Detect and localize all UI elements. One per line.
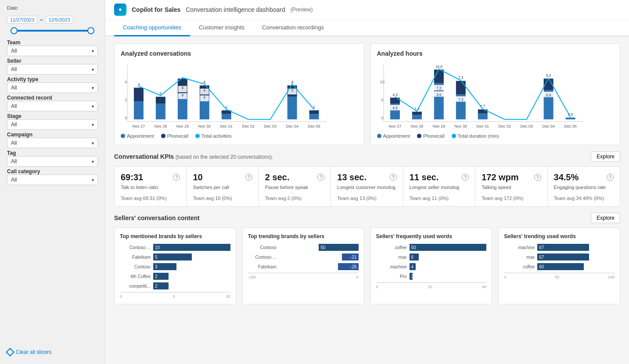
- tab-recordings[interactable]: Conversation recordings: [253, 20, 333, 36]
- sellers-section: Sellers' conversation content Explore To…: [114, 213, 620, 304]
- clear-slicers-button[interactable]: Clear all slicers: [7, 346, 98, 359]
- filter-select-3[interactable]: All ▾: [7, 101, 98, 111]
- svg-text:5: 5: [381, 98, 383, 102]
- date-end[interactable]: 12/5/2023: [46, 16, 73, 24]
- content-area: Analyzed conversations 3 2: [105, 36, 629, 364]
- chevron-down-icon: ▾: [92, 159, 94, 164]
- svg-rect-28: [309, 114, 319, 119]
- sellers-chart-0: Top mentioned brands by sellers Contoso …: [114, 228, 236, 304]
- copilot-icon: ✦: [114, 4, 126, 16]
- svg-text:0: 0: [381, 116, 383, 120]
- analyzed-hours-title: Analyzed hours: [377, 50, 614, 57]
- svg-text:Nov 28: Nov 28: [155, 124, 167, 128]
- help-icon-5[interactable]: ?: [534, 174, 541, 181]
- filter-select-7[interactable]: All ▾: [7, 175, 98, 185]
- kpi-value-4: 11 sec.: [410, 172, 439, 182]
- chevron-down-icon: ▾: [92, 104, 94, 109]
- help-icon-2[interactable]: ?: [317, 174, 324, 181]
- svg-rect-3: [156, 103, 165, 119]
- kpi-avg-2: Team avg 2 (0%): [265, 196, 324, 201]
- kpi-card-0: 69:31 ? Talk to listen ratio Team avg 69…: [115, 167, 187, 206]
- analyzed-hours-card: Analyzed hours 4.3 4.3 1.4: [370, 43, 621, 145]
- filter-select-6[interactable]: All ▾: [7, 156, 98, 167]
- bar-row-2: coffee 60: [504, 263, 615, 270]
- date-start[interactable]: 11/27/2023: [7, 16, 37, 24]
- svg-rect-61: [456, 81, 465, 94]
- help-icon-0[interactable]: ?: [173, 174, 180, 181]
- date-range-slider[interactable]: [7, 28, 98, 33]
- bar-chart-2: coffee 50 max 6 machine 4: [376, 244, 487, 289]
- filter-select-2[interactable]: All ▾: [7, 82, 98, 93]
- svg-text:Nov 30: Nov 30: [198, 124, 211, 128]
- svg-rect-65: [478, 114, 487, 119]
- chevron-down-icon: ▾: [92, 49, 94, 54]
- chevron-down-icon: ▾: [92, 67, 94, 72]
- kpi-card-2: 2 sec. ? Pause before speak Team avg 2 (…: [259, 167, 331, 206]
- kpi-label-5: Talking speed: [482, 184, 541, 190]
- help-icon-1[interactable]: ?: [245, 174, 252, 181]
- help-icon-3[interactable]: ?: [390, 174, 397, 181]
- help-icon-6[interactable]: ?: [607, 174, 614, 181]
- svg-text:4: 4: [182, 86, 184, 90]
- sellers-title: Sellers' conversation content: [114, 214, 200, 221]
- bar-row-0: machine 67: [504, 244, 615, 251]
- analyzed-hours-chart: 4.3 4.3 1.4 10.9 7.2: [377, 61, 614, 131]
- charts-row: Analyzed conversations 3 2: [114, 43, 620, 145]
- filter-select-4[interactable]: All ▾: [7, 119, 98, 130]
- kpi-card-5: 172 wpm ? Talking speed Team avg 172 (0%…: [475, 167, 547, 206]
- svg-text:10.9: 10.9: [435, 64, 442, 68]
- svg-rect-20: [222, 114, 231, 119]
- svg-text:4: 4: [291, 79, 293, 84]
- chevron-down-icon: ▾: [92, 122, 94, 127]
- filter-select-0[interactable]: All ▾: [7, 46, 98, 56]
- kpi-label-6: Engaging questions rate: [554, 184, 614, 190]
- svg-rect-51: [412, 112, 421, 115]
- filter-select-5[interactable]: All ▾: [7, 138, 98, 148]
- svg-text:2: 2: [125, 98, 127, 102]
- bar-row-3: Pro 2: [376, 273, 487, 280]
- sidebar: Date: 11/27/2023 – 12/5/2023 Team All ▾ …: [0, 0, 105, 364]
- bar-row-1: max 67: [504, 253, 615, 261]
- sellers-chart-2: Sellers' frequently used words coffee 50…: [370, 228, 492, 304]
- tab-customer[interactable]: Customer insights: [190, 20, 253, 36]
- bar-row-1: Fabrikam 5: [120, 253, 230, 261]
- kpi-explore-button[interactable]: Explore: [591, 151, 620, 162]
- svg-text:Dec 01: Dec 01: [220, 124, 233, 128]
- sellers-explore-button[interactable]: Explore: [591, 213, 620, 223]
- svg-rect-66: [478, 109, 487, 113]
- help-icon-4[interactable]: ?: [462, 174, 469, 181]
- sellers-card-title-0: Top mentioned brands by sellers: [120, 233, 230, 239]
- bar-row-0: Contoso ... 10: [120, 244, 230, 251]
- analyzed-hours-legend: Appointment Phonecall Total duration (mi…: [377, 133, 614, 139]
- svg-text:Nov 27: Nov 27: [388, 124, 401, 128]
- kpi-label-1: Switches per call: [193, 184, 252, 190]
- bar-chart-1: Contoso 50 Contoso ... -21: [248, 244, 359, 279]
- svg-text:Dec 05: Dec 05: [308, 124, 320, 128]
- bar-chart-0: Contoso ... 10 Fabrikam 5 Contoso: [120, 244, 230, 299]
- preview-badge: (Preview): [291, 7, 313, 13]
- svg-text:Dec 04: Dec 04: [286, 124, 298, 128]
- filter-tag: Tag All ▾: [7, 150, 98, 167]
- chevron-down-icon: ▾: [92, 141, 94, 146]
- kpi-value-6: 34.5%: [554, 172, 579, 182]
- svg-text:6.9: 6.9: [546, 93, 551, 97]
- svg-text:4.3: 4.3: [392, 93, 398, 96]
- date-label: Date:: [7, 5, 98, 11]
- tab-bar: Coaching opportunities Customer insights…: [105, 20, 629, 36]
- svg-text:8.3: 8.3: [546, 74, 551, 78]
- kpi-avg-6: Team avg 34.48% (0%): [554, 196, 614, 201]
- filter-select-1[interactable]: All ▾: [7, 64, 98, 75]
- kpi-avg-1: Team avg 10 (0%): [193, 196, 252, 201]
- svg-text:Nov 30: Nov 30: [454, 124, 467, 128]
- kpi-value-0: 69:31: [121, 172, 143, 182]
- bar-row-3: 4th Coffee 2: [120, 273, 230, 280]
- tab-coaching[interactable]: Coaching opportunities: [114, 20, 190, 36]
- svg-text:Dec 04: Dec 04: [542, 124, 554, 128]
- svg-text:3: 3: [291, 89, 293, 93]
- svg-text:4: 4: [204, 96, 206, 100]
- svg-text:0: 0: [125, 116, 127, 120]
- diamond-icon: [6, 348, 14, 357]
- kpi-card-3: 13 sec. ? Longest customer monolog Team …: [331, 167, 403, 206]
- kpi-label-4: Longest seller monolog: [410, 184, 469, 190]
- svg-text:4.3: 4.3: [392, 106, 398, 110]
